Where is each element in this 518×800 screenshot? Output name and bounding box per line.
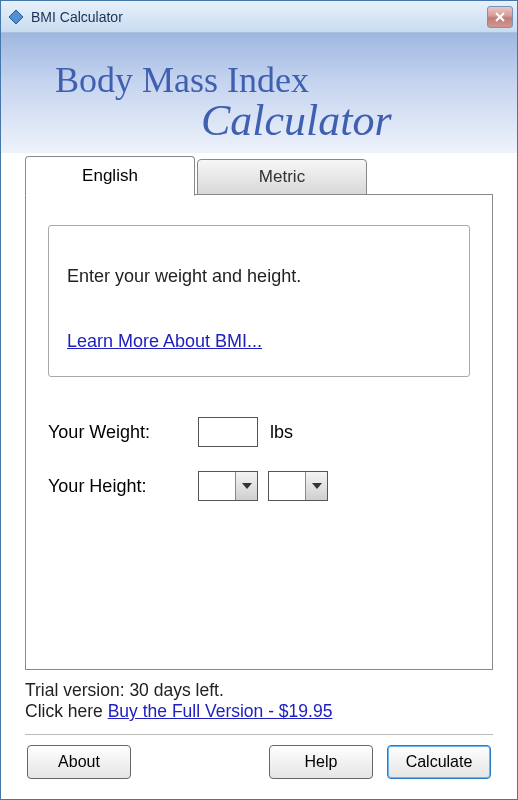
tab-strip: English Metric (25, 155, 493, 195)
learn-more-link[interactable]: Learn More About BMI... (67, 331, 262, 351)
banner: Body Mass Index Calculator (1, 33, 517, 153)
height-inches-value (269, 472, 305, 500)
calculate-button[interactable]: Calculate (387, 745, 491, 779)
height-feet-value (199, 472, 235, 500)
chevron-down-icon (235, 472, 257, 500)
content-area: English Metric Enter your weight and hei… (1, 153, 517, 745)
divider (25, 734, 493, 735)
weight-label: Your Weight: (48, 422, 198, 443)
weight-row: Your Weight: lbs (48, 417, 470, 447)
tab-panel-english: Enter your weight and height. Learn More… (25, 194, 493, 670)
close-icon (494, 11, 506, 23)
height-feet-select[interactable] (198, 471, 258, 501)
svg-marker-4 (312, 483, 322, 489)
prompt-text: Enter your weight and height. (67, 266, 451, 287)
trial-prefix: Click here (25, 701, 108, 721)
close-button[interactable] (487, 6, 513, 28)
trial-info: Trial version: 30 days left. Click here … (25, 680, 493, 722)
height-inches-select[interactable] (268, 471, 328, 501)
app-icon (7, 8, 25, 26)
banner-line2: Calculator (201, 95, 392, 146)
buy-full-version-link[interactable]: Buy the Full Version - $19.95 (108, 701, 333, 721)
height-label: Your Height: (48, 476, 198, 497)
titlebar: BMI Calculator (1, 1, 517, 33)
footer-buttons: About Help Calculate (1, 745, 517, 799)
window-title: BMI Calculator (31, 9, 487, 25)
tab-metric[interactable]: Metric (197, 159, 367, 195)
tab-english[interactable]: English (25, 156, 195, 196)
about-button[interactable]: About (27, 745, 131, 779)
app-window: BMI Calculator Body Mass Index Calculato… (0, 0, 518, 800)
weight-input[interactable] (198, 417, 258, 447)
svg-marker-3 (242, 483, 252, 489)
weight-unit: lbs (270, 422, 293, 443)
svg-marker-0 (9, 10, 23, 24)
height-row: Your Height: (48, 471, 470, 501)
chevron-down-icon (305, 472, 327, 500)
trial-days-left: Trial version: 30 days left. (25, 680, 493, 701)
message-box: Enter your weight and height. Learn More… (48, 225, 470, 377)
help-button[interactable]: Help (269, 745, 373, 779)
